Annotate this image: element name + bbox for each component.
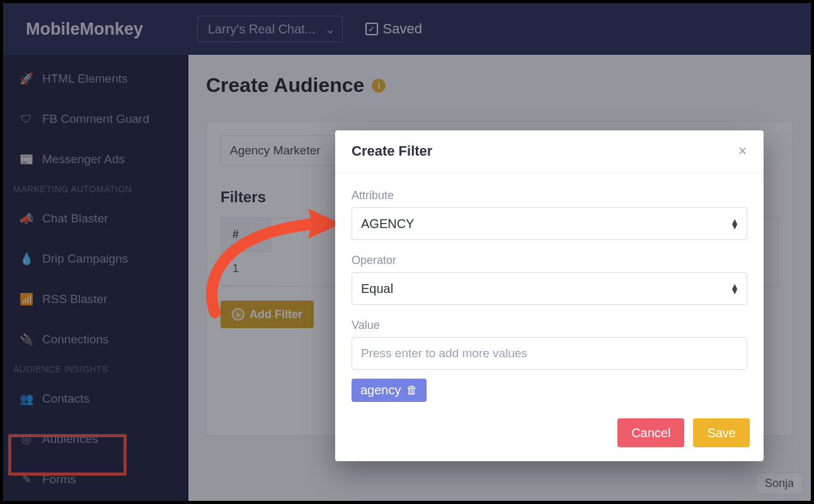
- save-button[interactable]: Save: [693, 418, 750, 447]
- attribute-label: Attribute: [352, 189, 747, 202]
- value-label: Value: [352, 319, 747, 332]
- operator-label: Operator: [352, 254, 747, 267]
- operator-value: Equal: [361, 282, 393, 296]
- create-filter-modal: Create Filter ✕ Attribute AGENCY ▲▼ Oper…: [335, 130, 764, 461]
- chip-text: agency: [360, 383, 401, 398]
- app-frame: MobileMonkey Larry's Real Chat... ⌄ ✓ Sa…: [3, 3, 811, 501]
- operator-select[interactable]: Equal ▲▼: [352, 272, 747, 305]
- value-chip[interactable]: agency 🗑: [352, 379, 427, 402]
- value-input[interactable]: [352, 337, 747, 370]
- trash-icon[interactable]: 🗑: [406, 384, 418, 397]
- sort-updown-icon: ▲▼: [730, 284, 739, 294]
- modal-title: Create Filter: [352, 143, 432, 159]
- attribute-value: AGENCY: [361, 217, 414, 231]
- cancel-button[interactable]: Cancel: [617, 418, 684, 447]
- close-icon[interactable]: ✕: [738, 144, 747, 158]
- attribute-select[interactable]: AGENCY ▲▼: [352, 207, 747, 240]
- sort-updown-icon: ▲▼: [730, 219, 739, 229]
